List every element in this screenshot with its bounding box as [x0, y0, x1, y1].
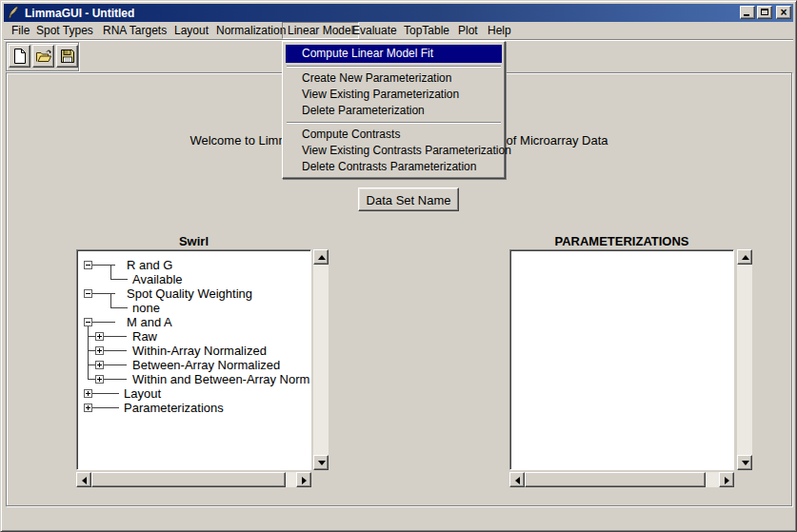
menu-evaluate[interactable]: Evaluate — [352, 22, 397, 39]
scrollbar-thumb[interactable] — [525, 472, 706, 487]
expand-icon[interactable] — [84, 389, 92, 398]
arrow-down-icon — [742, 461, 749, 465]
parameterizations-list[interactable] — [509, 249, 734, 470]
menu-separator — [287, 66, 501, 68]
tree-item[interactable]: Layout — [124, 386, 161, 401]
expand-icon[interactable] — [95, 361, 104, 369]
scrollbar-trough[interactable] — [737, 265, 752, 455]
open-file-button[interactable] — [32, 45, 54, 68]
scroll-up-button[interactable] — [737, 249, 752, 265]
tree-line — [92, 293, 115, 294]
arrow-left-icon — [82, 477, 87, 484]
tree-line — [110, 279, 128, 280]
right-vertical-scrollbar[interactable] — [737, 249, 752, 470]
arrow-right-icon — [302, 477, 307, 484]
collapse-icon[interactable] — [84, 318, 92, 326]
menu-plot[interactable]: Plot — [458, 22, 478, 39]
tree-line — [104, 379, 127, 380]
menu-item-delete-parameterization[interactable]: Delete Parameterization — [286, 103, 502, 119]
left-panel-title: Swirl — [76, 234, 311, 248]
tree-line — [88, 326, 89, 379]
linear-model-dropdown-menu: Compute Linear Model Fit Create New Para… — [282, 41, 506, 179]
menu-rna-targets[interactable]: RNA Targets — [103, 22, 167, 39]
menu-item-compute-linear-model-fit[interactable]: Compute Linear Model Fit — [286, 45, 502, 63]
menu-bar: File Spot Types RNA Targets Layout Norma… — [4, 22, 793, 40]
title-bar[interactable]: LimmaGUI - Untitled × — [4, 4, 793, 22]
expand-icon[interactable] — [84, 404, 92, 412]
scroll-left-button[interactable] — [76, 472, 91, 487]
collapse-icon[interactable] — [84, 261, 92, 269]
collapse-icon[interactable] — [84, 289, 92, 298]
tree-line — [88, 379, 95, 380]
scroll-down-button[interactable] — [313, 455, 329, 470]
maximize-button[interactable] — [757, 6, 772, 19]
tree-item[interactable]: Within and Between-Array Normalized — [132, 372, 311, 386]
menu-help[interactable]: Help — [488, 22, 511, 39]
tree-item[interactable]: R and G — [127, 258, 172, 272]
arrow-down-icon — [318, 461, 326, 465]
new-file-button[interactable] — [9, 45, 30, 68]
right-horizontal-scrollbar[interactable] — [509, 472, 734, 487]
left-vertical-scrollbar[interactable] — [313, 249, 329, 470]
expand-icon[interactable] — [95, 375, 104, 384]
tree-line — [104, 365, 127, 365]
minimize-icon — [744, 14, 749, 16]
menu-layout[interactable]: Layout — [174, 22, 209, 39]
menu-toptable[interactable]: TopTable — [404, 22, 449, 39]
menu-item-view-existing-parameterization[interactable]: View Existing Parameterization — [286, 87, 502, 103]
arrow-right-icon — [725, 477, 729, 484]
expand-icon[interactable] — [95, 346, 104, 355]
data-set-name-button[interactable]: Data Set Name — [358, 187, 459, 211]
tree-item[interactable]: Spot Quality Weighting — [127, 286, 252, 301]
menu-item-create-new-parameterization[interactable]: Create New Parameterization — [286, 70, 502, 87]
arrow-up-icon — [318, 255, 326, 260]
window-title: LimmaGUI - Untitled — [25, 7, 134, 20]
tree-item[interactable]: none — [132, 301, 160, 315]
right-panel-title: PARAMETERIZATIONS — [509, 234, 734, 248]
scroll-left-button[interactable] — [509, 472, 525, 487]
save-file-button[interactable] — [56, 45, 78, 68]
tree-line — [104, 336, 127, 337]
tree-line — [88, 350, 95, 351]
menu-normalization[interactable]: Normalization — [216, 22, 286, 39]
expand-icon[interactable] — [95, 332, 104, 341]
tree-item[interactable]: Raw — [132, 329, 157, 344]
tree-item[interactable]: Available — [132, 272, 183, 286]
scroll-up-button[interactable] — [313, 249, 329, 265]
tree-line — [92, 265, 115, 266]
tree-line — [92, 393, 119, 394]
tree-item[interactable]: Parameterizations — [124, 401, 224, 415]
tree-line — [110, 293, 111, 307]
arrow-up-icon — [742, 255, 749, 260]
app-feather-icon — [6, 6, 20, 20]
tree-line — [104, 350, 127, 351]
minimize-button[interactable] — [740, 6, 755, 19]
tree-item[interactable]: M and A — [127, 315, 172, 329]
dataset-tree[interactable]: R and G Available Spot Quality Weighting… — [76, 249, 311, 470]
scroll-down-button[interactable] — [737, 455, 752, 470]
new-file-icon — [12, 48, 28, 65]
left-horizontal-scrollbar[interactable] — [76, 472, 311, 487]
save-floppy-icon — [60, 49, 75, 64]
close-button[interactable]: × — [776, 6, 791, 19]
menu-spot-types[interactable]: Spot Types — [36, 22, 93, 39]
tree-line — [88, 365, 95, 365]
close-icon: × — [777, 6, 790, 19]
tree-line — [88, 336, 95, 337]
tree-line — [110, 265, 111, 279]
menu-linear-model[interactable]: Linear Model — [282, 22, 359, 39]
scrollbar-trough[interactable] — [313, 265, 329, 455]
tree-item[interactable]: Between-Array Normalized — [132, 358, 280, 372]
open-folder-icon — [35, 49, 52, 64]
menu-item-delete-contrasts-parameterization[interactable]: Delete Contrasts Parameterization — [286, 159, 502, 175]
scrollbar-thumb[interactable] — [91, 472, 286, 487]
arrow-left-icon — [515, 477, 520, 484]
menu-item-view-existing-contrasts-parameterization[interactable]: View Existing Contrasts Parameterization — [286, 143, 502, 159]
tree-item[interactable]: Within-Array Normalized — [132, 344, 267, 358]
tree-line — [92, 407, 119, 408]
menu-file[interactable]: File — [11, 22, 30, 39]
toolbar — [6, 42, 79, 71]
scroll-right-button[interactable] — [719, 472, 734, 487]
menu-item-compute-contrasts[interactable]: Compute Contrasts — [286, 127, 502, 143]
scroll-right-button[interactable] — [296, 472, 311, 487]
